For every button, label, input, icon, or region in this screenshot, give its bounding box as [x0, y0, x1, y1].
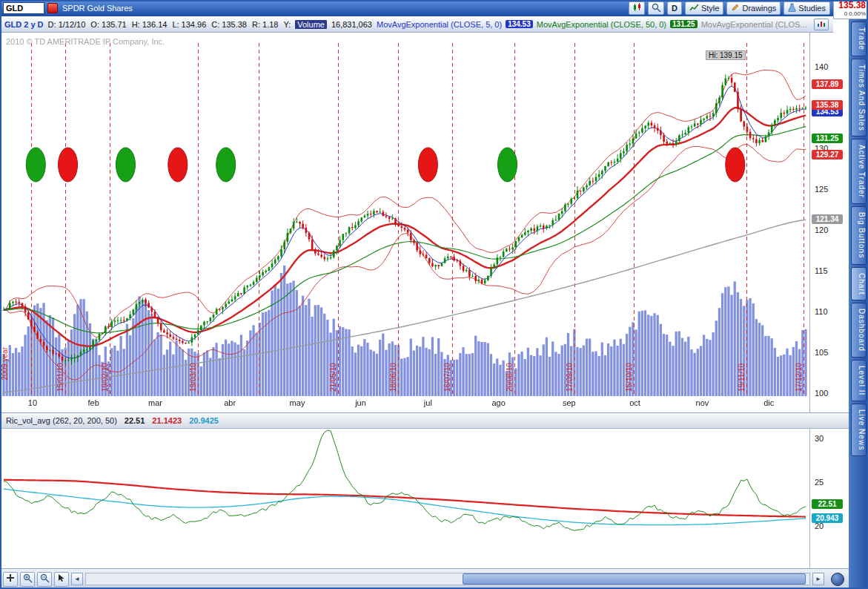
chart-data-bar: GLD 2 y D D: 1/12/10O: 135.71H: 136.14L:…: [0, 16, 833, 33]
high-label: Hi: 139.15: [706, 50, 746, 60]
indicator-tick: 25: [815, 478, 824, 487]
plus-button[interactable]: [3, 572, 18, 587]
lower-study-axis[interactable]: 30252022.5120.943: [809, 429, 849, 568]
year-boundary-label: 2009 year: [1, 347, 9, 380]
indicator-value: 21.1423: [152, 416, 182, 425]
cursor-icon: [57, 573, 66, 585]
price-tick: 125: [815, 185, 828, 194]
price-tick: 110: [815, 307, 828, 316]
month-label: abr: [224, 398, 236, 407]
ohlc-fields: D: 1/12/10O: 135.71H: 136.14L: 134.96C: …: [48, 20, 291, 29]
study-label[interactable]: MovAvgExponential (CLOS...: [701, 20, 807, 29]
symbol-link-icon[interactable]: [47, 3, 58, 13]
ohlc-field: L: 134.96: [172, 20, 206, 29]
plus-icon: [6, 573, 15, 585]
scrollbar-thumb[interactable]: [463, 573, 806, 585]
price-bubble: 121.34: [812, 214, 843, 224]
bottom-toolbar: ◄ ►: [0, 568, 849, 589]
zoom-out-button[interactable]: [37, 572, 52, 587]
style-button[interactable]: Style: [685, 1, 723, 15]
scroll-right-button[interactable]: ►: [812, 573, 824, 585]
indicator-bubble: 22.51: [812, 499, 843, 509]
indicator-value: 22.51: [125, 416, 145, 425]
copyright-watermark: 2010 © TD AMERITRADE IP Company, Inc.: [6, 37, 165, 46]
price-axis[interactable]: 140135130125120115110105100137.89134.531…: [809, 33, 849, 412]
sidebar-tab-live-news[interactable]: Live News: [851, 404, 867, 456]
ohlc-field: O: 135.71: [90, 20, 126, 29]
gadget-sidebar: TradeTimes And SalesActive TraderBig But…: [849, 19, 868, 589]
studies-button[interactable]: Studies: [783, 1, 830, 15]
study-value-bubble: 131.25: [670, 20, 698, 28]
timeframe-button[interactable]: D: [667, 1, 682, 15]
candles-icon: [632, 3, 642, 13]
month-label: nov: [696, 398, 709, 407]
pencil-icon: [731, 3, 740, 13]
scroll-left-button[interactable]: ◄: [71, 573, 83, 585]
price-tick: 100: [815, 389, 828, 398]
study-label[interactable]: MovAvgExponential (CLOSE, 50, 0): [537, 20, 666, 29]
ohlc-field: D: 1/12/10: [48, 20, 86, 29]
candles-icon-button[interactable]: [629, 1, 645, 15]
main-chart-panel: 2010 © TD AMERITRADE IP Company, Inc. Hi…: [0, 33, 809, 412]
drawings-button[interactable]: Drawings: [726, 1, 781, 15]
month-label: 10: [28, 398, 37, 407]
zoom-out-icon: [40, 573, 50, 585]
globe-icon-button[interactable]: [831, 573, 844, 586]
flask-icon: [788, 3, 796, 13]
month-label: jul: [424, 398, 432, 407]
lower-study-panel: [0, 429, 809, 568]
study-value-bubble: 134.53: [506, 20, 533, 28]
month-label: mar: [148, 398, 162, 407]
sidebar-tab-active-trader[interactable]: Active Trader: [851, 139, 867, 204]
zoom-chart-icon: [652, 3, 661, 13]
indicator-tick: 30: [815, 434, 824, 443]
price-tick: 140: [815, 62, 828, 71]
study-label[interactable]: MovAvgExponential (CLOSE, 5, 0): [377, 20, 502, 29]
sidebar-tab-dashboard[interactable]: Dashboard: [851, 303, 867, 358]
price-tick: 115: [815, 266, 828, 275]
price-bubble: 129.27: [812, 150, 843, 159]
zoom-in-button[interactable]: [20, 572, 35, 587]
chart-tools: [3, 572, 69, 587]
quote-change: 0 0.00%: [844, 10, 866, 17]
month-label: oct: [629, 398, 640, 407]
sidebar-tab-level-ii[interactable]: Level II: [851, 360, 867, 401]
cursor-button[interactable]: [54, 572, 69, 587]
sidebar-tab-trade[interactable]: Trade: [851, 22, 867, 56]
price-tick: 105: [815, 348, 828, 357]
title-bar: SPDR Gold Shares D Style Drawings Studie…: [0, 0, 833, 16]
month-label: jun: [355, 398, 366, 407]
volume-label[interactable]: Volume: [295, 20, 327, 29]
style-chart-icon: [689, 4, 699, 13]
style-label: Style: [701, 4, 719, 13]
drawings-label: Drawings: [742, 4, 776, 13]
price-tick: 120: [815, 226, 828, 234]
sidebar-tab-times-and-sales[interactable]: Times And Sales: [851, 59, 867, 137]
lower-study-canvas[interactable]: [0, 429, 809, 568]
month-label: dic: [763, 398, 774, 407]
security-name: SPDR Gold Shares: [62, 4, 133, 13]
month-label: feb: [88, 398, 99, 407]
main-chart-canvas[interactable]: [0, 33, 809, 412]
lower-study-label[interactable]: Ric_vol_avg (262, 20, 200, 50): [6, 416, 117, 425]
lower-study-values: 22.5121.142320.9425: [125, 416, 219, 425]
timeframe-label: D: [672, 4, 677, 13]
sidebar-tab-chart[interactable]: Chart: [851, 267, 867, 300]
symbol-summary: GLD 2 y D: [4, 20, 44, 29]
symbol-input[interactable]: [3, 2, 44, 14]
price-bubble: 137.89: [812, 79, 843, 89]
month-label: sep: [563, 398, 576, 407]
studies-readout: MovAvgExponential (CLOSE, 5, 0)134.53Mov…: [377, 20, 807, 29]
sidebar-tab-big-buttons[interactable]: Big Buttons: [851, 206, 867, 264]
month-label: ago: [491, 398, 505, 407]
chart-hscrollbar[interactable]: [85, 573, 810, 585]
chart-settings-button[interactable]: [814, 19, 829, 30]
price-bubble: 131.25: [812, 134, 843, 143]
month-label: may: [290, 398, 305, 407]
indicator-value: 20.9425: [189, 416, 219, 425]
zoom-chart-icon-button[interactable]: [648, 1, 664, 15]
lower-study-header: Ric_vol_avg (262, 20, 200, 50) 22.5121.1…: [0, 412, 849, 429]
ohlc-field: H: 136.14: [132, 20, 168, 29]
ohlc-field: C: 135.38: [211, 20, 247, 29]
mini-chart-icon: [817, 19, 826, 30]
